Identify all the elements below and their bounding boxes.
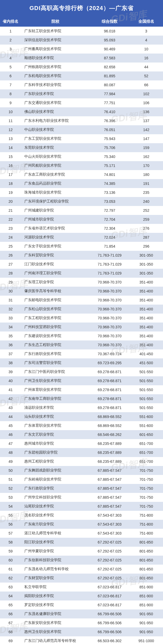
cell-school: 广东江门中医药职业学院	[21, 369, 90, 374]
cell-national: 66	[129, 83, 163, 87]
cell-school: 珠海城市职业技术学院	[21, 190, 90, 195]
cell-school: 惠州工程职业学院	[21, 459, 90, 464]
table-row: 59广州华夏职业学院67.292-67.025801-850	[0, 547, 163, 556]
cell-index: 68.546-68.262	[90, 432, 129, 437]
cell-rank: 34	[0, 325, 21, 329]
cell-rank: 52	[0, 486, 21, 491]
cell-national: 3	[129, 29, 163, 33]
cell-index: 69.278-68.871	[90, 397, 129, 401]
cell-rank: 36	[0, 343, 21, 347]
cell-rank: 64	[0, 594, 21, 598]
cell-rank: 27	[0, 262, 21, 266]
table-row: 26广东科贸职业学院71.763-71.029301-350	[0, 251, 163, 260]
table-row: 62广东财贸职业学院67.292-67.025801-850	[0, 574, 163, 583]
table-row: 21广州城建职业学院72.797252	[0, 206, 163, 215]
cell-rank: 12	[0, 128, 21, 132]
table-row: 6广东机电职业技术学院81.89552	[0, 71, 163, 80]
cell-rank: 44	[0, 415, 21, 419]
cell-national: 551-600	[129, 415, 163, 419]
cell-school: 中山职业技术学院	[21, 127, 90, 132]
cell-school: 广东茂名幼儿师范专科学校	[21, 567, 90, 571]
cell-rank: 20	[0, 199, 21, 204]
cell-index: 69.278-68.871	[90, 379, 129, 383]
cell-national: 501-550	[129, 370, 163, 374]
cell-index: 73.136	[90, 190, 129, 195]
cell-school: 广东省外语艺术职业学院	[21, 226, 90, 231]
table-row: 7广东科学技术职业学院80.08766	[0, 80, 163, 89]
table-row: 8广东职业技术学院77.984102	[0, 89, 163, 98]
cell-national: 801-850	[129, 576, 163, 580]
cell-national: 252	[129, 208, 163, 213]
cell-national: 159	[129, 146, 163, 150]
cell-national: 651-700	[129, 459, 163, 464]
table-header: 省内排名 院校 综合指数 全国排名	[0, 16, 163, 27]
table-row: 1广东轻工职业技术学院96.0183	[0, 27, 163, 36]
cell-rank: 60	[0, 558, 21, 562]
cell-school: 广东行政职业学院	[21, 486, 90, 491]
cell-national: 351-400	[129, 316, 163, 320]
cell-rank: 7	[0, 83, 21, 87]
table-row: 58阳江职业技术学院67.292-67.025801-850	[0, 538, 163, 547]
cell-national: 851-900	[129, 585, 163, 589]
cell-rank: 23	[0, 226, 21, 230]
table-row: 15中山火炬职业技术学院75.340162	[0, 152, 163, 161]
cell-index: 72.304	[90, 226, 129, 230]
cell-school: 广东南华工商职业学院	[21, 396, 90, 401]
cell-index: 71.854	[90, 244, 129, 248]
cell-rank: 54	[0, 504, 21, 508]
cell-school: 广东理工职业学院	[21, 280, 90, 285]
cell-school: 广东科学技术职业学院	[21, 83, 90, 87]
cell-rank: 35	[0, 334, 21, 338]
table-row: 11广东水利电力职业技术学院76.396137	[0, 116, 163, 125]
table-row: 4顺德职业技术学院87.58316	[0, 54, 163, 63]
cell-school: 私立华联学院	[21, 585, 90, 589]
cell-index: 76.410	[90, 110, 129, 114]
cell-national: 851-900	[129, 603, 163, 607]
cell-rank: 43	[0, 406, 21, 410]
table-row: 14东莞职业技术学院75.706159	[0, 143, 163, 152]
cell-index: 67.292-67.025	[90, 540, 129, 544]
cell-rank: 56	[0, 522, 21, 526]
table-row: 68惠州卫生职业技术学院66.799-66.506901-950	[0, 627, 163, 636]
table-row: 57湛江幼儿师范专科学校67.543-67.303751-800	[0, 529, 163, 538]
cell-rank: 67	[0, 621, 21, 625]
cell-national: 801-850	[129, 567, 163, 571]
table-row: 64揭阳职业技术学院67.023-66.817851-900	[0, 592, 163, 600]
cell-rank: 9	[0, 101, 21, 105]
table-row: 66广东茂名健康职业学院66.799-66.506901-950	[0, 609, 163, 618]
cell-index: 67.885-67.547	[90, 495, 129, 499]
cell-index: 72.024	[90, 235, 129, 239]
cell-school: 阳江职业技术学院	[21, 540, 90, 545]
cell-school: 广东碧桂园职业学院	[21, 450, 90, 455]
cell-school: 惠州卫生职业技术学院	[21, 629, 90, 634]
cell-index: 72.704	[90, 217, 129, 222]
table-row: 67广东新安职业技术学院66.799-66.506901-950	[0, 618, 163, 627]
cell-school: 广州铁路职业技术学院	[21, 65, 90, 69]
cell-index: 71.763-71.029	[90, 262, 129, 266]
cell-rank: 62	[0, 576, 21, 580]
table-row: 13广东工贸职业技术学院75.943147	[0, 134, 163, 143]
table-row: 52广东行政职业学院67.885-67.547701-750	[0, 484, 163, 493]
cell-rank: 29	[0, 280, 21, 284]
cell-rank: 21	[0, 208, 21, 213]
cell-national: 191	[129, 181, 163, 186]
cell-index: 71.763-71.029	[90, 271, 129, 275]
cell-index: 69.723-69.295	[90, 361, 129, 365]
cell-school: 肇庆医学高等专科学校	[21, 289, 90, 294]
cell-national: 501-550	[129, 379, 163, 383]
cell-index: 67.292-67.025	[90, 558, 129, 562]
cell-index: 68.235-67.889	[90, 459, 129, 464]
header-rank: 省内排名	[0, 19, 21, 24]
cell-rank: 2	[0, 38, 21, 42]
cell-national: 16	[129, 56, 163, 60]
cell-national: 351-400	[129, 343, 163, 347]
cell-rank: 61	[0, 567, 21, 571]
cell-rank: 47	[0, 441, 21, 446]
cell-index: 90.469	[90, 47, 129, 51]
cell-index: 66.799-66.506	[90, 630, 129, 634]
cell-rank: 28	[0, 271, 21, 275]
cell-school: 广东江门幼儿师范高等专科学校	[21, 638, 90, 643]
cell-rank: 51	[0, 477, 21, 482]
cell-index: 82.658	[90, 65, 129, 69]
cell-index: 67.543-67.303	[90, 531, 129, 535]
